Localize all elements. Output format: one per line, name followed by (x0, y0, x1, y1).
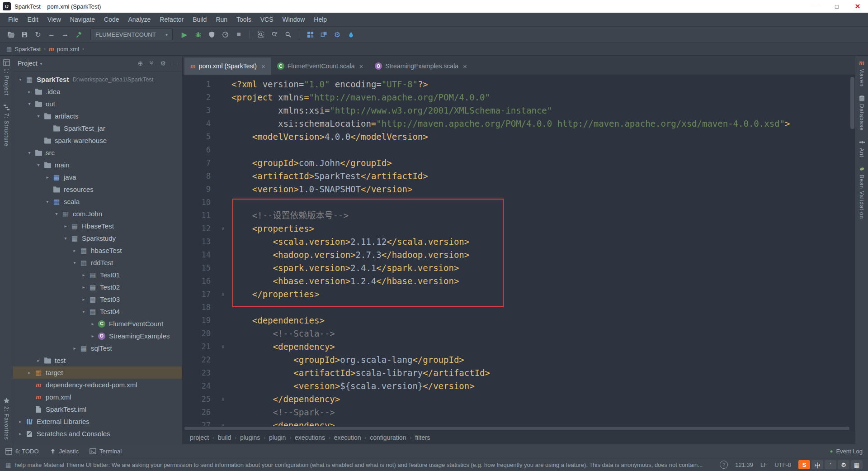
code-line-7[interactable]: 7 <groupId>com.John</groupId> (183, 157, 855, 170)
tree-item-hbasetest[interactable]: ▸▦HbaseTest (13, 220, 182, 232)
tool-stripe-button-7-structure[interactable]: 7: Structure (3, 104, 10, 147)
code-line-22[interactable]: 22 <groupId>org.scala-lang</groupId> (183, 353, 855, 366)
line-number[interactable]: 9 (183, 183, 217, 196)
help-icon[interactable]: ? (720, 461, 728, 469)
editor-breadcrumb-plugins[interactable]: plugins (240, 434, 260, 441)
code-line-25[interactable]: 25∧ </dependency> (183, 393, 855, 406)
breadcrumb-pom-xml[interactable]: mpom.xml (49, 46, 79, 52)
chevron-right-icon[interactable]: ▸ (25, 89, 34, 94)
chevron-down-icon[interactable]: ▾ (25, 150, 34, 155)
code-line-4[interactable]: 4 xsi:schemaLocation="http://maven.apach… (183, 117, 855, 130)
line-number[interactable]: 18 (183, 301, 217, 314)
ime-中[interactable]: 中 (811, 460, 823, 469)
tree-item-test04[interactable]: ▾▦Test04 (13, 305, 182, 318)
fold-marker-icon[interactable]: ∨ (217, 419, 229, 426)
search-replace-button[interactable] (268, 29, 281, 40)
code-line-8[interactable]: 8 <artifactId>SparkTest</artifactId> (183, 170, 855, 183)
editor-breadcrumb-plugin[interactable]: plugin (269, 434, 286, 441)
chevron-down-icon[interactable]: ▾ (79, 309, 88, 314)
fold-marker-icon[interactable]: ∧ (217, 288, 229, 301)
menu-item-refactor[interactable]: Refactor (155, 16, 188, 23)
editor-tab-flumeeventcount-scala[interactable]: CFlumeEventCount.scala× (271, 57, 369, 75)
line-number[interactable]: 24 (183, 380, 217, 393)
tree-item-sparktest-iml[interactable]: SparkTest.iml (13, 403, 182, 415)
chevron-right-icon[interactable]: ▸ (16, 431, 25, 436)
editor-tab-streamingexamples-scala[interactable]: OStreamingExamples.scala× (369, 57, 473, 75)
tree-item-scratches-and-consoles[interactable]: ▸Scratches and Consoles (13, 428, 182, 440)
tree-item-test01[interactable]: ▸▦Test01 (13, 269, 182, 281)
line-number[interactable]: 19 (183, 314, 217, 327)
line-number[interactable]: 10 (183, 196, 217, 209)
editor-breadcrumb-build[interactable]: build (218, 434, 231, 441)
line-number[interactable]: 17 (183, 288, 217, 301)
debug-button[interactable] (192, 29, 204, 40)
minimize-button[interactable]: — (806, 0, 826, 13)
line-number[interactable]: 6 (183, 143, 217, 157)
code-line-21[interactable]: 21∨ <dependency> (183, 340, 855, 353)
tool-window-button-terminal[interactable]: Terminal (90, 448, 122, 455)
editor-breadcrumb-execution[interactable]: execution (334, 434, 361, 441)
line-number[interactable]: 25 (183, 393, 217, 406)
ime-s[interactable]: S (798, 460, 810, 469)
tool-window-button-event-log[interactable]: ●Event Log (830, 448, 863, 455)
close-button[interactable]: × (847, 0, 868, 13)
tool-window-button-jelastic[interactable]: Jelastic (50, 448, 79, 455)
code-line-13[interactable]: 13 <scala.version>2.11.12</scala.version… (183, 235, 855, 248)
code-line-2[interactable]: 2<project xmlns="http://maven.apache.org… (183, 91, 855, 104)
line-number[interactable]: 2 (183, 91, 217, 104)
tree-item-sparktest-jar[interactable]: SparkTest_jar (13, 122, 182, 134)
ime-[interactable]: ▦ (851, 460, 863, 469)
tool-stripe-button-maven[interactable]: mMaven (859, 59, 865, 87)
editor-tab-pom-xml-sparktest[interactable]: mpom.xml (SparkTest)× (184, 57, 271, 75)
ime-[interactable]: ⚙ (838, 460, 849, 469)
chevron-right-icon[interactable]: ▸ (79, 272, 88, 277)
gear-icon[interactable]: ⚙ (160, 60, 166, 67)
tree-item-test[interactable]: ▸test (13, 354, 182, 366)
tree-item-com-john[interactable]: ▾▦com.John (13, 208, 182, 220)
tree-item-main[interactable]: ▾main (13, 159, 182, 171)
droplet-button[interactable] (344, 29, 357, 40)
line-number[interactable]: 8 (183, 170, 217, 183)
code-line-12[interactable]: 12∨ <properties> (183, 222, 855, 235)
tree-item-spark-warehouse[interactable]: spark-warehouse (13, 134, 182, 147)
line-number[interactable]: 11 (183, 209, 217, 222)
menu-item-window[interactable]: Window (278, 16, 310, 23)
chevron-down-icon[interactable]: ▾ (34, 114, 43, 119)
line-number[interactable]: 7 (183, 157, 217, 170)
search-button[interactable] (282, 29, 294, 40)
back-button[interactable]: ← (45, 29, 58, 40)
fold-marker-icon[interactable]: ∨ (217, 340, 229, 353)
caret-position[interactable]: 121:39 (735, 461, 753, 468)
menu-item-help[interactable]: Help (309, 16, 331, 23)
tree-item-dependency-reduced-pom-xml[interactable]: mdependency-reduced-pom.xml (13, 379, 182, 391)
tree-item-out[interactable]: ▾out (13, 98, 182, 110)
code-line-9[interactable]: 9 <version>1.0-SNAPSHOT</version> (183, 183, 855, 196)
code-line-27[interactable]: 27∨ <dependency> (183, 419, 855, 426)
tree-item-src[interactable]: ▾src (13, 147, 182, 159)
cleanup-button[interactable] (72, 29, 85, 40)
tree-item-scala[interactable]: ▾▦scala (13, 195, 182, 208)
line-number[interactable]: 16 (183, 275, 217, 288)
editor-breadcrumb-project[interactable]: project (190, 434, 209, 441)
run-configuration-select[interactable]: FLUMEEVENTCOUNT▾ (90, 29, 173, 40)
line-number[interactable]: 23 (183, 366, 217, 380)
tree-item-artifacts[interactable]: ▾artifacts (13, 110, 182, 122)
tree-item-test03[interactable]: ▸▦Test03 (13, 293, 182, 305)
tab-close-icon[interactable]: × (359, 62, 363, 70)
tree-item-sqltest[interactable]: ▸▦sqlTest (13, 342, 182, 354)
tab-close-icon[interactable]: × (463, 62, 467, 70)
code-line-3[interactable]: 3 xmlns:xsi="http://www.w3.org/2001/XMLS… (183, 104, 855, 117)
chevron-right-icon[interactable]: ▸ (25, 370, 34, 375)
line-number[interactable]: 4 (183, 117, 217, 130)
chevron-right-icon[interactable]: ▸ (16, 419, 25, 424)
breadcrumb-sparktest[interactable]: ▦SparkTest (6, 46, 41, 52)
chevron-down-icon[interactable]: ▾ (70, 260, 79, 265)
line-separator[interactable]: LF (760, 461, 767, 468)
tree-item-rddtest[interactable]: ▾▦rddTest (13, 257, 182, 269)
editor-breadcrumb-configuration[interactable]: configuration (370, 434, 406, 441)
menu-item-run[interactable]: Run (211, 16, 232, 23)
tree-item-hbasetest[interactable]: ▸▦hbaseTest (13, 244, 182, 257)
line-number[interactable]: 14 (183, 248, 217, 262)
line-number[interactable]: 3 (183, 104, 217, 117)
menu-item-vcs[interactable]: VCS (256, 16, 278, 23)
